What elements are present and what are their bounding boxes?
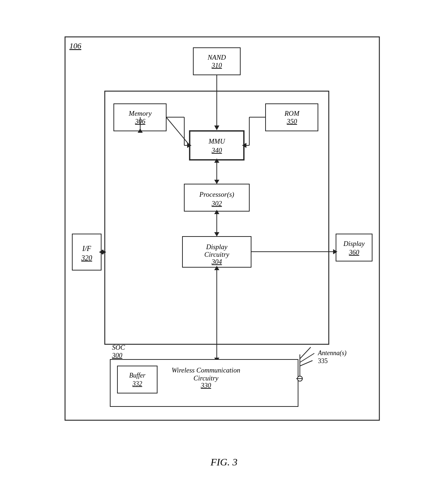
svg-text:SOC: SOC — [112, 344, 125, 351]
svg-text:332: 332 — [132, 380, 142, 387]
svg-text:304: 304 — [211, 258, 222, 265]
svg-text:350: 350 — [287, 118, 297, 125]
svg-text:310: 310 — [211, 61, 222, 69]
svg-text:Display: Display — [343, 240, 365, 247]
svg-text:Antenna(s): Antenna(s) — [318, 349, 346, 357]
svg-text:ROM: ROM — [284, 110, 300, 117]
svg-text:Circuitry: Circuitry — [204, 251, 230, 258]
svg-rect-69 — [117, 366, 157, 393]
svg-text:330: 330 — [201, 382, 211, 389]
main-svg: 106 NAND 310 Memory 306 ROM 350 MMU 340 — [43, 26, 405, 453]
svg-text:Circuitry: Circuitry — [194, 374, 219, 382]
outer-label-svg: 106 — [69, 41, 81, 50]
svg-text:302: 302 — [211, 200, 222, 207]
svg-rect-58 — [336, 234, 372, 261]
svg-rect-19 — [190, 131, 244, 160]
svg-text:340: 340 — [211, 146, 222, 154]
svg-text:Display: Display — [206, 243, 228, 251]
svg-text:Buffer: Buffer — [129, 372, 146, 379]
svg-text:Processor(s): Processor(s) — [199, 191, 234, 199]
fig-label: FIG. 3 — [211, 456, 238, 468]
svg-text:320: 320 — [81, 254, 92, 262]
svg-text:360: 360 — [349, 248, 359, 256]
svg-text:335: 335 — [318, 357, 328, 365]
svg-text:Wireless Communication: Wireless Communication — [172, 366, 240, 374]
svg-text:300: 300 — [112, 352, 122, 359]
svg-text:Memory: Memory — [128, 110, 152, 117]
svg-text:NAND: NAND — [207, 54, 226, 61]
svg-text:MMU: MMU — [208, 137, 225, 145]
svg-text:I/F: I/F — [82, 244, 91, 252]
